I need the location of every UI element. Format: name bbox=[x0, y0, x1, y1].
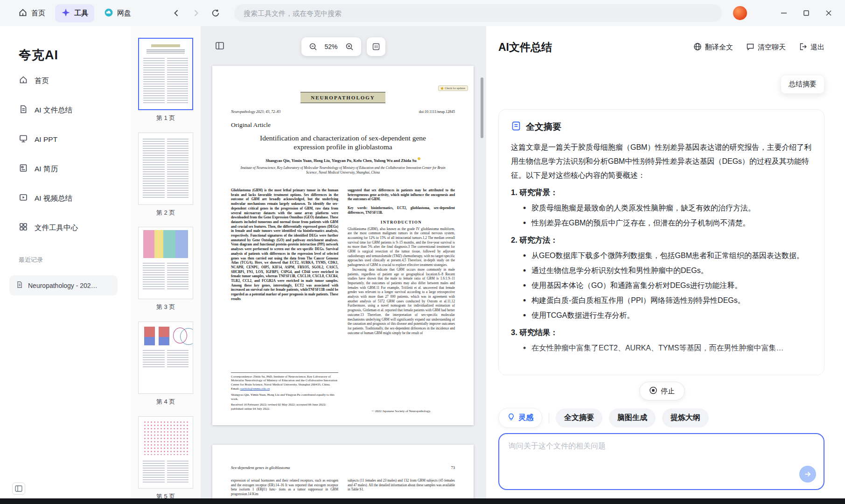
summary-mode-badge[interactable]: 总结摘要 bbox=[781, 75, 824, 94]
article-type: Original Article bbox=[231, 121, 474, 129]
journal-banner: NEUROPATHOLOGY bbox=[300, 92, 385, 103]
zoom-toolbar: 52% bbox=[301, 37, 385, 56]
outline-button[interactable]: 提炼大纲 bbox=[662, 408, 709, 427]
thumbnail-page-1[interactable]: 第 1 页 bbox=[138, 38, 193, 122]
minimize-button[interactable] bbox=[776, 5, 792, 21]
recent-file-item[interactable]: Neuropathology - 202… bbox=[9, 275, 118, 295]
forward-button[interactable] bbox=[189, 6, 203, 21]
refresh-button[interactable] bbox=[208, 6, 223, 21]
quick-actions: 灵感 全文摘要 脑图生成 提炼大纲 bbox=[498, 408, 709, 428]
top-bar: 首页 工具 网盘 bbox=[0, 0, 845, 26]
inspiration-button[interactable]: 灵感 bbox=[498, 408, 542, 428]
thumbnail-page-2[interactable]: 第 2 页 bbox=[138, 133, 193, 217]
full-summary-button[interactable]: 全文摘要 bbox=[556, 408, 602, 427]
summary-heading-3: 3. 研究结果： bbox=[511, 324, 812, 340]
window-controls bbox=[776, 5, 837, 21]
cloud-drive-icon bbox=[104, 8, 113, 19]
summary-intro: 这篇文章是一篇关于胶质母细胞瘤（GBM）性别差异基因表达谱的研究报告，主要介绍了… bbox=[511, 140, 812, 182]
summary-doc-icon bbox=[511, 121, 521, 133]
app-window: 首页 工具 网盘 夸克AI 首页 bbox=[0, 0, 845, 504]
chat-bubble-icon bbox=[746, 42, 754, 52]
email-link[interactable]: suzhida@smmu.edu.cn bbox=[240, 387, 270, 390]
thumbnail-preview bbox=[138, 322, 193, 394]
sidebar-item-ai-doc-summary[interactable]: AI 文件总结 bbox=[9, 99, 121, 121]
thumbnail-page-3[interactable]: 第 3 页 bbox=[138, 227, 193, 311]
sidebar-item-home[interactable]: 首页 bbox=[9, 70, 121, 91]
presentation-icon bbox=[19, 134, 28, 145]
search-input[interactable] bbox=[234, 4, 722, 22]
bulb-icon bbox=[507, 413, 515, 423]
sidebar-item-ai-resume[interactable]: AI 简历 bbox=[9, 158, 121, 180]
summary-bullet: 使用TCGA数据进行生存分析。 bbox=[511, 308, 812, 322]
tab-home[interactable]: 首页 bbox=[12, 4, 51, 22]
tab-tools[interactable]: 工具 bbox=[55, 4, 94, 22]
keywords: Key words: bioinformatics, ECT2, gliobla… bbox=[348, 206, 455, 215]
back-button[interactable] bbox=[169, 6, 184, 21]
browser-nav bbox=[169, 6, 223, 21]
sidebar-item-ai-video-summary[interactable]: AI 视频总结 bbox=[9, 188, 121, 209]
os-taskbar bbox=[0, 498, 845, 504]
check-updates-badge[interactable]: Check for updates bbox=[438, 85, 468, 91]
close-button[interactable] bbox=[821, 5, 837, 21]
recent-section-title: 最近记录 bbox=[19, 256, 43, 264]
mindmap-button[interactable]: 脑图生成 bbox=[609, 408, 656, 427]
page-layout-button[interactable] bbox=[367, 37, 385, 56]
sidebar-item-file-tools[interactable]: 文件工具中心 bbox=[9, 217, 121, 238]
exit-icon bbox=[799, 42, 807, 52]
maximize-button[interactable] bbox=[798, 5, 814, 21]
summary-bullet: 构建蛋白质-蛋白质相互作用（PPI）网络筛选性别特异性DEGs。 bbox=[511, 294, 812, 308]
sidebar-collapse-button[interactable] bbox=[12, 483, 25, 495]
stop-icon bbox=[649, 386, 657, 396]
doi-text: doi:10.1111/neup.12845 bbox=[419, 110, 455, 114]
summary-bullet: 从GEO数据库下载多个微阵列数据集，包括GBM患者和正常组织的基因表达数据。 bbox=[511, 249, 812, 263]
stop-generating-button[interactable]: 停止 bbox=[639, 382, 684, 400]
thumbnail-label: 第 1 页 bbox=[138, 114, 193, 122]
copyright-line: © 2022 Japanese Society of Neuropatholog… bbox=[348, 409, 455, 413]
thumbnail-page-5[interactable]: 第 5 页 bbox=[138, 416, 193, 499]
zoom-level: 52% bbox=[323, 43, 340, 50]
user-avatar[interactable] bbox=[733, 6, 747, 20]
summary-bullet: 胶质母细胞瘤是最致命的人类原发性脑肿瘤，缺乏有效的治疗方法。 bbox=[511, 201, 812, 215]
question-input-box bbox=[498, 433, 824, 490]
pdf-viewer: Check for updates NEUROPATHOLOGY Neuropa… bbox=[201, 26, 486, 499]
summary-heading-1: 1. 研究背景： bbox=[511, 184, 812, 200]
video-icon bbox=[19, 193, 28, 204]
summary-heading-2: 2. 研究方法： bbox=[511, 232, 812, 248]
abstract-right-column: suggested that sex differences in patien… bbox=[348, 188, 455, 413]
clear-chat-button[interactable]: 清空聊天 bbox=[746, 42, 786, 52]
sidebar-item-ai-ppt[interactable]: AI PPT bbox=[9, 129, 121, 150]
app-logo: 夸克AI bbox=[19, 47, 131, 63]
viewer-scrollbar[interactable] bbox=[481, 77, 483, 138]
abstract-left-column: Glioblastoma (GBM) is the most lethal pr… bbox=[231, 188, 338, 413]
question-input[interactable] bbox=[499, 434, 824, 489]
journal-citation: Neuropathology 2023; 43, 72–83 bbox=[231, 110, 280, 114]
thumbnail-label: 第 3 页 bbox=[138, 303, 193, 311]
pdf-page-2: Sex-dependent genes in glioblastoma 73 e… bbox=[212, 445, 474, 499]
exit-button[interactable]: 退出 bbox=[799, 42, 824, 52]
translate-button[interactable]: 翻译全文 bbox=[693, 42, 733, 52]
home-icon bbox=[19, 75, 28, 86]
resume-icon bbox=[19, 163, 28, 175]
article-title: Identification and characterization of s… bbox=[212, 133, 474, 151]
thumbnail-panel: 第 1 页 第 2 页 第 3 页 第 4 页 bbox=[131, 26, 201, 499]
article-affiliation: Institute of Neuroscience, Key Laborator… bbox=[212, 166, 474, 175]
home-icon bbox=[18, 8, 28, 19]
correspondence-note: Correspondence: Zhida Su, PhD, Institute… bbox=[231, 372, 338, 413]
thumbnail-preview bbox=[138, 416, 193, 489]
thumbnail-page-4[interactable]: 第 4 页 bbox=[138, 322, 193, 406]
thumbnail-label: 第 2 页 bbox=[138, 209, 193, 217]
orcid-icon bbox=[418, 157, 420, 160]
send-button[interactable] bbox=[799, 466, 816, 483]
pdf-page-1: Check for updates NEUROPATHOLOGY Neuropa… bbox=[212, 66, 474, 425]
summary-bullet: 使用基因本体论（GO）和通路富集分析对DEGs进行功能注释。 bbox=[511, 279, 812, 293]
tab-netdisk[interactable]: 网盘 bbox=[98, 4, 137, 22]
summary-bullet: 性别差异在GBM的预后中广泛存在，但潜在的分子机制尚不清楚。 bbox=[511, 216, 812, 230]
zoom-out-button[interactable] bbox=[308, 42, 318, 52]
thumbnail-preview bbox=[138, 38, 193, 110]
page-number: 73 bbox=[451, 465, 455, 470]
file-icon bbox=[16, 281, 23, 290]
zoom-in-button[interactable] bbox=[344, 42, 355, 52]
grid-tools-icon bbox=[19, 222, 28, 233]
translate-icon bbox=[693, 42, 702, 52]
thumbnail-toggle-button[interactable] bbox=[213, 39, 227, 53]
